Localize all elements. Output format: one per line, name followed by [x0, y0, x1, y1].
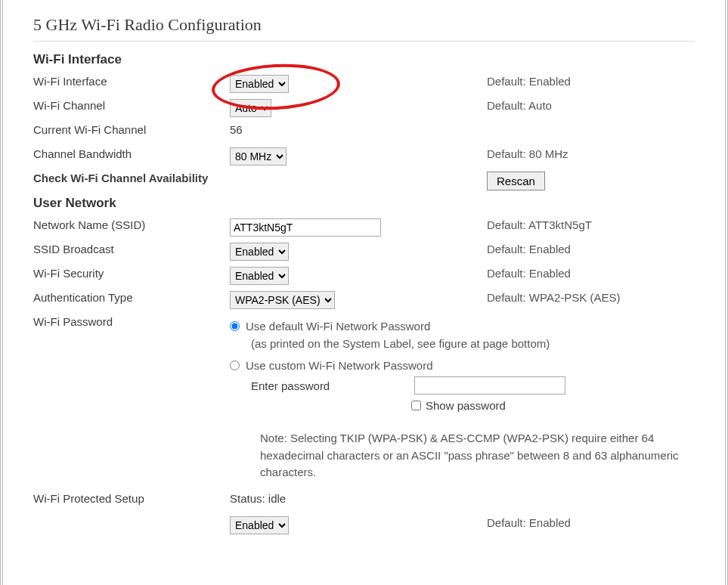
- row-wifi-channel: Wi-Fi Channel Auto Default: Auto: [33, 99, 695, 119]
- row-ssid-broadcast: SSID Broadcast Enabled Default: Enabled: [33, 243, 695, 262]
- rescan-button[interactable]: Rescan: [487, 172, 545, 190]
- password-note: Note: Selecting TKIP (WPA-PSK) & AES-CCM…: [260, 430, 714, 481]
- page-title: 5 GHz Wi-Fi Radio Configuration: [33, 15, 695, 35]
- wifi-password-label: Wi-Fi Password: [33, 315, 230, 328]
- ssid-label: Network Name (SSID): [33, 218, 230, 231]
- ssid-broadcast-select[interactable]: Enabled: [230, 243, 289, 261]
- ssid-default: Default: ATT3ktN5gT: [487, 218, 695, 231]
- pw-default-option-label: Use default Wi-Fi Network Password: [246, 320, 430, 333]
- show-password-label: Show password: [426, 399, 506, 412]
- wps-status: Status: idle: [230, 492, 286, 505]
- row-channel-bandwidth: Channel Bandwidth 80 MHz Default: 80 MHz: [33, 147, 695, 167]
- wifi-interface-default: Default: Enabled: [487, 75, 695, 88]
- ssid-input[interactable]: [230, 218, 381, 237]
- divider: [33, 41, 695, 42]
- row-wps-select: Enabled Default: Enabled: [33, 516, 695, 536]
- row-check-availability: Check Wi-Fi Channel Availability Rescan: [33, 172, 695, 191]
- section-title-interface: Wi-Fi Interface: [33, 52, 695, 67]
- pw-custom-option-label: Use custom Wi-Fi Network Password: [246, 359, 433, 372]
- wifi-security-label: Wi-Fi Security: [33, 267, 230, 280]
- row-auth-type: Authentication Type WPA2-PSK (AES) Defau…: [33, 291, 695, 311]
- wps-default: Default: Enabled: [487, 516, 695, 529]
- ssid-broadcast-label: SSID Broadcast: [33, 243, 230, 255]
- row-ssid: Network Name (SSID) Default: ATT3ktN5gT: [33, 218, 695, 238]
- ssid-broadcast-default: Default: Enabled: [487, 243, 695, 255]
- auth-type-select[interactable]: WPA2-PSK (AES): [230, 291, 335, 309]
- current-channel-value: 56: [230, 123, 243, 136]
- wifi-channel-default: Default: Auto: [487, 99, 695, 112]
- wps-select[interactable]: Enabled: [230, 516, 289, 534]
- pw-default-note: (as printed on the System Label, see fig…: [251, 337, 550, 350]
- pw-enter-label: Enter password: [251, 379, 330, 392]
- wifi-channel-label: Wi-Fi Channel: [33, 99, 230, 112]
- row-wifi-password: Wi-Fi Password Use default Wi-Fi Network…: [33, 315, 695, 412]
- pw-input[interactable]: [414, 376, 565, 395]
- pw-default-radio[interactable]: [230, 321, 240, 331]
- check-availability-label: Check Wi-Fi Channel Availability: [33, 172, 487, 184]
- wifi-interface-select[interactable]: Enabled: [230, 75, 289, 93]
- wifi-interface-label: Wi-Fi Interface: [33, 75, 230, 88]
- row-current-channel: Current Wi-Fi Channel 56: [33, 123, 695, 143]
- row-wifi-security: Wi-Fi Security Enabled Default: Enabled: [33, 267, 695, 286]
- config-panel: 5 GHz Wi-Fi Radio Configuration Wi-Fi In…: [0, 0, 728, 585]
- current-channel-label: Current Wi-Fi Channel: [33, 123, 230, 136]
- auth-type-label: Authentication Type: [33, 291, 230, 304]
- channel-bw-label: Channel Bandwidth: [33, 147, 230, 160]
- channel-bw-default: Default: 80 MHz: [487, 147, 695, 160]
- wifi-security-default: Default: Enabled: [487, 267, 695, 280]
- auth-type-default: Default: WPA2-PSK (AES): [487, 291, 695, 304]
- wifi-security-select[interactable]: Enabled: [230, 267, 289, 285]
- pw-custom-radio[interactable]: [230, 361, 240, 370]
- section-title-user-network: User Network: [33, 196, 695, 211]
- show-password-checkbox[interactable]: [411, 401, 421, 410]
- wifi-channel-select[interactable]: Auto: [230, 99, 271, 117]
- row-wps: Wi-Fi Protected Setup Status: idle: [33, 492, 695, 512]
- wps-label: Wi-Fi Protected Setup: [33, 492, 230, 505]
- row-wifi-interface: Wi-Fi Interface Enabled Default: Enabled: [33, 75, 695, 94]
- channel-bw-select[interactable]: 80 MHz: [230, 147, 287, 166]
